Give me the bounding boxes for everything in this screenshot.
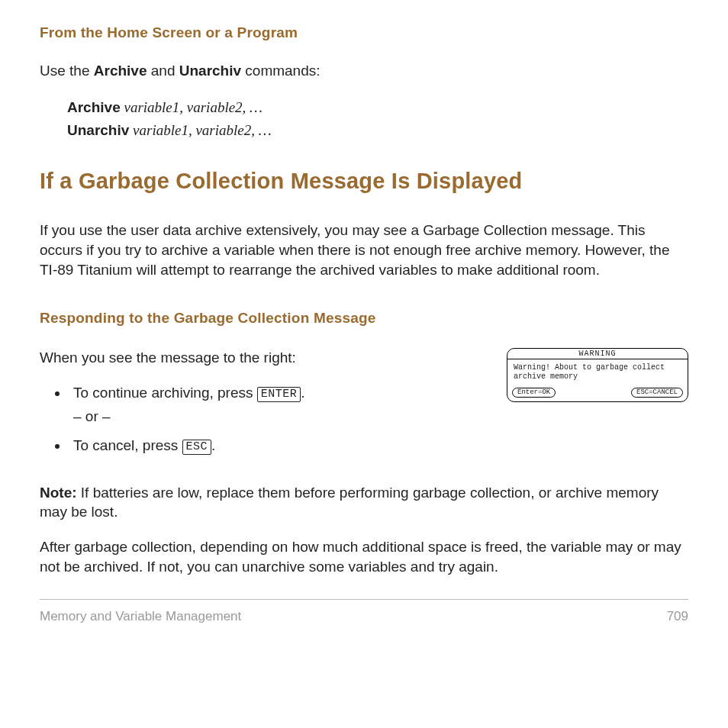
- footer-divider: [40, 599, 688, 600]
- heading-responding: Responding to the Garbage Collection Mes…: [40, 310, 688, 327]
- text-fragment: Use the: [40, 63, 94, 79]
- page-footer: Memory and Variable Management 709: [40, 609, 688, 624]
- key-enter: ENTER: [257, 387, 301, 402]
- response-list: To continue archiving, press ENTER. – or…: [40, 383, 490, 456]
- text-fragment: .: [211, 437, 215, 453]
- intro-sentence: Use the Archive and Unarchiv commands:: [40, 61, 688, 81]
- warning-button-row: Enter=OK ESC=CANCEL: [507, 386, 688, 401]
- text-fragment: and: [147, 63, 179, 79]
- after-paragraph: After garbage collection, depending on h…: [40, 537, 688, 576]
- footer-page-number: 709: [667, 609, 688, 624]
- command-args: variable1, variable2, …: [121, 99, 263, 115]
- footer-chapter: Memory and Variable Management: [40, 609, 241, 624]
- or-separator: – or –: [73, 407, 490, 427]
- list-item: To cancel, press ESC.: [69, 436, 490, 456]
- text-fragment: To continue archiving, press: [73, 385, 257, 401]
- note-paragraph: Note: If batteries are low, replace them…: [40, 483, 688, 522]
- list-item: To continue archiving, press ENTER. – or…: [69, 383, 490, 427]
- warning-body: Warning! About to garbage collect archiv…: [507, 359, 688, 386]
- document-page: From the Home Screen or a Program Use th…: [0, 0, 728, 647]
- command-line-unarchiv: Unarchiv variable1, variable2, …: [67, 119, 688, 142]
- note-label: Note:: [40, 485, 77, 501]
- warning-title: WARNING: [507, 349, 688, 359]
- text-fragment: commands:: [241, 63, 320, 79]
- message-row: When you see the message to the right: T…: [40, 348, 688, 465]
- heading-from-home-screen: From the Home Screen or a Program: [40, 24, 688, 41]
- command-name: Archive: [67, 99, 121, 115]
- text-fragment: .: [301, 385, 304, 401]
- warning-dialog: WARNING Warning! About to garbage collec…: [507, 348, 688, 402]
- heading-garbage-collection: If a Garbage Collection Message Is Displ…: [40, 168, 688, 195]
- warning-ok-button: Enter=OK: [512, 388, 556, 398]
- text-fragment: To cancel, press: [73, 437, 182, 453]
- message-left-col: When you see the message to the right: T…: [40, 348, 490, 465]
- key-esc: ESC: [182, 440, 212, 455]
- command-line-archive: Archive variable1, variable2, …: [67, 96, 688, 119]
- keyword-unarchiv: Unarchiv: [179, 63, 241, 79]
- warning-dialog-graphic: WARNING Warning! About to garbage collec…: [507, 348, 688, 402]
- note-text: If batteries are low, replace them befor…: [40, 485, 659, 520]
- paragraph-gc-explain: If you use the user data archive extensi…: [40, 221, 688, 279]
- keyword-archive: Archive: [94, 63, 147, 79]
- command-args: variable1, variable2, …: [129, 122, 271, 138]
- command-name: Unarchiv: [67, 122, 129, 138]
- lead-sentence: When you see the message to the right:: [40, 348, 490, 368]
- command-block: Archive variable1, variable2, … Unarchiv…: [67, 96, 688, 143]
- warning-cancel-button: ESC=CANCEL: [631, 388, 683, 398]
